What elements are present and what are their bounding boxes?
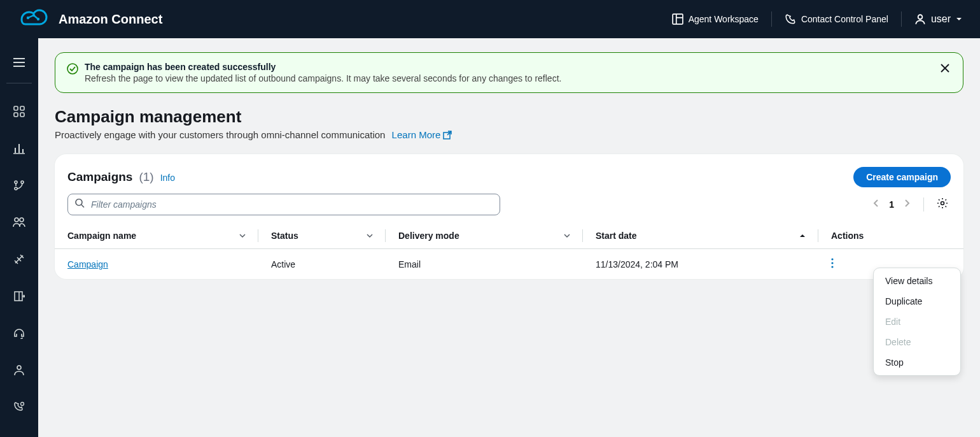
chevron-right-icon [904,199,911,208]
sidebar-item-users[interactable] [6,210,32,235]
pager: 1 [870,195,951,214]
contact-control-panel-link[interactable]: Contact Control Panel [772,13,901,25]
sidebar-hamburger[interactable] [6,50,32,75]
cell-delivery: Email [386,249,583,280]
info-link[interactable]: Info [160,173,175,183]
subtitle-text: Proactively engage with your customers t… [55,129,385,140]
branch-icon [13,180,25,191]
book-arrow-icon [13,290,25,302]
phone-icon [785,13,796,25]
alert-title: The campaign has been created successful… [85,62,932,72]
page-subtitle: Proactively engage with your customers t… [55,129,963,140]
svg-point-21 [15,218,18,222]
svg-point-25 [67,64,78,74]
filter-campaigns-input[interactable] [67,194,500,215]
person-icon [13,364,25,376]
menu-delete: Delete [874,332,960,352]
svg-rect-13 [20,113,24,117]
sort-icon [367,231,373,241]
svg-rect-3 [673,14,683,24]
menu-duplicate[interactable]: Duplicate [874,291,960,312]
svg-rect-12 [14,113,18,117]
external-link-icon [443,131,452,140]
search-icon [75,199,85,211]
svg-point-24 [21,403,24,406]
close-icon [940,63,950,73]
main-content: The campaign has been created successful… [38,38,980,437]
amazon-connect-logo-icon [18,8,48,30]
sidebar-item-dashboard[interactable] [6,99,32,124]
bar-chart-icon [13,143,25,154]
agent-workspace-label: Agent Workspace [689,14,759,24]
sidebar-item-user[interactable] [6,357,32,383]
product-name: Amazon Connect [59,12,162,27]
learn-more-link[interactable]: Learn More [392,129,452,140]
sidebar-item-phone[interactable] [6,394,32,420]
contact-control-panel-label: Contact Control Panel [801,14,888,24]
col-campaign-name[interactable]: Campaign name [55,223,258,249]
svg-point-33 [831,262,833,264]
success-alert: The campaign has been created successful… [55,52,963,93]
svg-point-31 [941,202,944,205]
header-right: Agent Workspace Contact Control Panel us… [659,11,962,27]
col-delivery-mode[interactable]: Delivery mode [386,223,583,249]
svg-point-32 [831,258,833,260]
caret-down-icon [956,16,962,22]
alert-close-button[interactable] [939,62,951,77]
campaigns-table: Campaign name Status Delivery mode Start… [55,223,963,279]
campaigns-card: Campaigns (1) Info Create campaign 1 [55,154,963,279]
sort-icon [564,231,570,241]
campaign-name-link[interactable]: Campaign [67,259,108,269]
col-start-date[interactable]: Start date [583,223,818,249]
svg-line-30 [81,205,84,208]
col-status[interactable]: Status [258,223,386,249]
headset-icon [13,327,25,339]
pager-number: 1 [889,199,894,210]
hamburger-icon [13,58,25,67]
pager-next[interactable] [902,196,913,213]
menu-stop[interactable]: Stop [874,352,960,373]
svg-point-19 [15,187,17,190]
sidebar-item-routing[interactable] [6,173,32,198]
menu-edit: Edit [874,312,960,332]
svg-point-34 [831,266,833,268]
sidebar-separator [6,83,32,83]
agent-workspace-link[interactable]: Agent Workspace [659,13,771,25]
sidebar-item-analytics[interactable] [6,136,32,161]
card-count: (1) [139,170,153,184]
pager-prev[interactable] [870,196,881,213]
pager-separator [923,197,924,211]
svg-rect-10 [14,106,18,110]
chevron-left-icon [872,199,879,208]
gear-icon [937,197,948,209]
svg-point-22 [20,218,24,222]
plug-icon [13,254,25,265]
page-title: Campaign management [55,107,963,127]
svg-rect-11 [20,106,24,110]
alert-text: Refresh the page to view the updated lis… [85,73,932,83]
global-header: Amazon Connect Agent Workspace Contact C… [0,0,980,38]
col-actions: Actions [818,223,963,249]
sort-icon [239,231,246,241]
sidebar-item-headset[interactable] [6,320,32,346]
row-actions-menu-trigger[interactable] [831,258,834,268]
cell-status: Active [258,249,386,280]
menu-view-details[interactable]: View details [874,271,960,291]
table-settings-button[interactable] [934,195,951,214]
learn-more-label: Learn More [392,129,441,140]
users-icon [13,217,25,228]
vertical-dots-icon [831,258,834,268]
sidebar-item-integrations[interactable] [6,247,32,272]
row-actions-dropdown: View details Duplicate Edit Delete Stop [873,268,961,376]
filter-wrapper [67,194,500,215]
workspace-icon [672,13,683,25]
create-campaign-button[interactable]: Create campaign [853,167,951,187]
card-title: Campaigns [67,170,132,184]
user-label: user [931,13,951,25]
table-row: Campaign Active Email 11/13/2024, 2:04 P… [55,249,963,280]
sidebar-item-export[interactable] [6,283,32,309]
left-sidebar [0,38,38,437]
user-menu[interactable]: user [902,13,962,25]
svg-point-29 [76,199,82,206]
grid-icon [13,106,25,117]
